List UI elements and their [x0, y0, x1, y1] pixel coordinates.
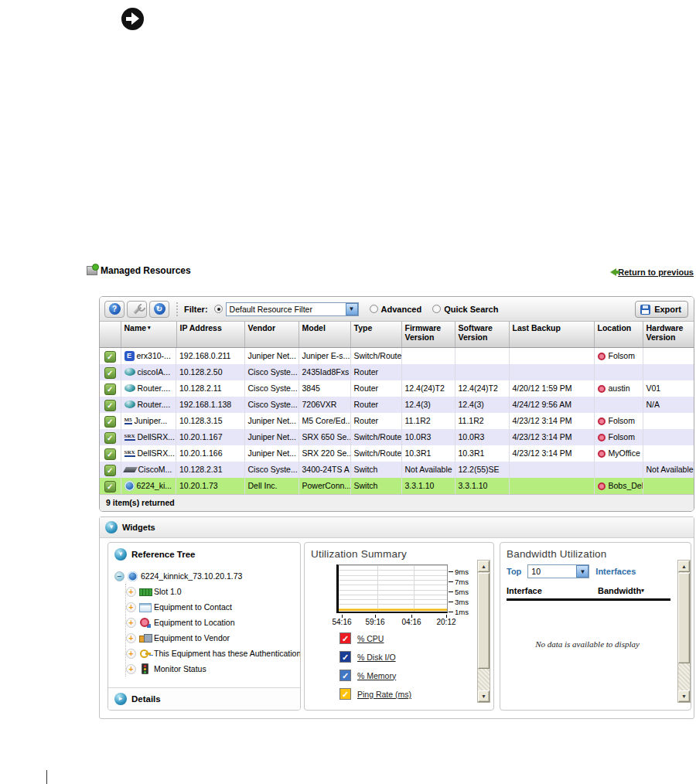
series-checkbox[interactable]: ✓ [339, 670, 351, 681]
x-axis-tick: 59:16 [375, 615, 376, 618]
reference-tree-panel: ▾ Reference Tree − 6224_kinnick_73.10.20… [107, 542, 301, 711]
expand-toggle-icon[interactable]: + [126, 664, 136, 674]
collapse-toggle-icon[interactable]: − [114, 571, 125, 581]
filter-dropdown[interactable]: Default Resource Filter ▼ [226, 302, 359, 316]
row-checkbox[interactable]: ✓ [104, 432, 116, 444]
bandwidth-column-header[interactable]: Bandwidth▾ [598, 586, 644, 595]
tree-item-label: Equipment to Vendor [154, 633, 230, 643]
tree-item-label: Monitor Status [154, 664, 206, 673]
vendor-icon [139, 632, 151, 643]
scroll-up-button[interactable]: ▲ [478, 561, 490, 572]
top-count-dropdown[interactable]: 10 ▼ [527, 564, 589, 578]
y-axis-tick: 1ms [449, 608, 469, 615]
tree-item[interactable]: +Equipment to Vendor [126, 630, 300, 646]
table-row[interactable]: ✓DellSRX...10.20.1.166Juniper Net...SRX … [100, 445, 694, 462]
bandwidth-scrollbar[interactable]: ▲ ▼ [677, 560, 691, 703]
chart-scrollbar[interactable]: ▲ ▼ [477, 560, 490, 703]
row-checkbox[interactable]: ✓ [104, 481, 116, 493]
device-name: Juniper... [135, 416, 168, 425]
scroll-thumb[interactable] [478, 573, 490, 669]
column-header[interactable]: Hardware Version [643, 322, 694, 347]
tree-item-label: Equipment to Contact [154, 602, 232, 612]
row-checkbox[interactable]: ✓ [104, 351, 116, 363]
column-header[interactable]: Software Version [455, 322, 509, 347]
series-checkbox[interactable]: ✓ [339, 651, 351, 663]
row-checkbox[interactable]: ✓ [104, 383, 116, 395]
series-checkbox[interactable]: ✓ [339, 632, 351, 644]
table-row[interactable]: ✓ciscoIA...10.128.2.50Cisco Syste...2435… [100, 364, 694, 380]
expand-toggle-icon[interactable]: + [126, 618, 136, 628]
scroll-up-button[interactable]: ▲ [678, 561, 690, 572]
table-row[interactable]: ✓erx310-...192.168.0.211Juniper Net...Ju… [100, 347, 694, 364]
table-row[interactable]: ✓6224_ki...10.20.1.73Dell Inc.PowerConn.… [100, 478, 694, 494]
tree-item[interactable]: +Equipment to Location [126, 615, 300, 630]
select-all-column-header[interactable] [100, 322, 121, 347]
expand-toggle-icon[interactable]: + [126, 633, 136, 643]
device-name: erx310-... [137, 351, 171, 360]
table-row[interactable]: ✓Juniper...10.128.3.15Juniper Net...M5 C… [100, 413, 694, 429]
x-axis-tick: 54:16 [342, 615, 343, 618]
column-header[interactable]: Type [350, 322, 401, 347]
column-header[interactable]: Firmware Version [401, 322, 455, 347]
details-header[interactable]: ▸ Details [108, 687, 300, 710]
scroll-down-button[interactable]: ▼ [478, 690, 490, 702]
resource-table: Name ▾IP AddressVendorModelTypeFirmware … [100, 322, 694, 494]
column-header[interactable]: Model [299, 322, 350, 347]
interfaces-label: Interfaces [595, 567, 636, 576]
series-link[interactable]: % Memory [357, 671, 396, 680]
traffic-light-icon [139, 663, 151, 674]
page-title: Managed Resources [101, 265, 191, 276]
series-link[interactable]: % Disk I/O [357, 653, 396, 662]
column-header[interactable]: Vendor [244, 322, 299, 347]
expand-toggle-icon[interactable]: + [126, 602, 136, 612]
tree-item[interactable]: +This Equipment has these Authentication… [126, 646, 300, 661]
document-page: Managed Resources Return to previous ? ↻… [0, 0, 696, 784]
scroll-thumb[interactable] [678, 573, 690, 663]
row-checkbox[interactable]: ✓ [104, 416, 116, 428]
settings-button[interactable] [127, 301, 147, 318]
location-icon [598, 353, 606, 360]
table-row[interactable]: ✓Router....192.168.1.138Cisco Syste...72… [100, 397, 694, 413]
toolbar-divider [176, 302, 179, 316]
series-link[interactable]: % CPU [357, 634, 384, 643]
expand-toggle-icon[interactable]: + [126, 587, 136, 597]
filter-radio[interactable] [214, 305, 223, 313]
row-checkbox[interactable]: ✓ [104, 465, 116, 476]
row-checkbox[interactable]: ✓ [104, 367, 116, 379]
tree-item[interactable]: +Slot 1.0 [126, 584, 300, 599]
top-label: Top [507, 567, 521, 576]
back-arrow-icon [610, 268, 616, 276]
table-row[interactable]: ✓Router....10.128.2.11Cisco Syste...3845… [100, 380, 694, 397]
tree-item[interactable]: +Monitor Status [126, 661, 300, 677]
column-header[interactable]: IP Address [176, 322, 244, 347]
dropdown-arrow-icon: ▼ [346, 303, 358, 315]
scroll-down-button[interactable]: ▼ [678, 690, 690, 702]
quick-search-radio[interactable] [432, 305, 441, 313]
location-icon [598, 418, 606, 425]
series-link[interactable]: Ping Rate (ms) [357, 690, 411, 699]
widgets-header[interactable]: ▾ Widgets [100, 517, 694, 538]
managed-resources-icon [87, 266, 97, 275]
interface-column-header[interactable]: Interface [507, 586, 598, 595]
help-icon: ? [109, 303, 121, 315]
tree-item[interactable]: +Equipment to Contact [126, 599, 300, 615]
column-header[interactable]: Last Backup [509, 322, 594, 347]
advanced-radio[interactable] [370, 305, 378, 313]
column-header[interactable]: Location [594, 322, 643, 347]
expand-toggle-icon[interactable]: + [126, 649, 136, 659]
srx-icon [125, 433, 135, 441]
dell-logo-icon [125, 481, 135, 491]
refresh-button[interactable]: ↻ [149, 301, 169, 318]
tree-root-node[interactable]: − 6224_kinnick_73.10.20.1.73 [114, 568, 300, 584]
table-row[interactable]: ✓CiscoM...10.128.2.31Cisco Syste...3400-… [100, 462, 694, 478]
export-button[interactable]: Export [635, 301, 688, 318]
reference-tree-header[interactable]: ▾ Reference Tree [108, 543, 300, 564]
row-checkbox[interactable]: ✓ [104, 400, 116, 411]
bandwidth-table-header: Interface Bandwidth▾ [507, 586, 670, 601]
series-checkbox[interactable]: ✓ [339, 688, 351, 700]
return-to-previous-link[interactable]: Return to previous [610, 268, 694, 277]
help-button[interactable]: ? [104, 301, 125, 318]
table-row[interactable]: ✓DellSRX...10.20.1.167Juniper Net...SRX … [100, 429, 694, 445]
column-header[interactable]: Name ▾ [121, 322, 176, 347]
row-checkbox[interactable]: ✓ [104, 448, 116, 460]
